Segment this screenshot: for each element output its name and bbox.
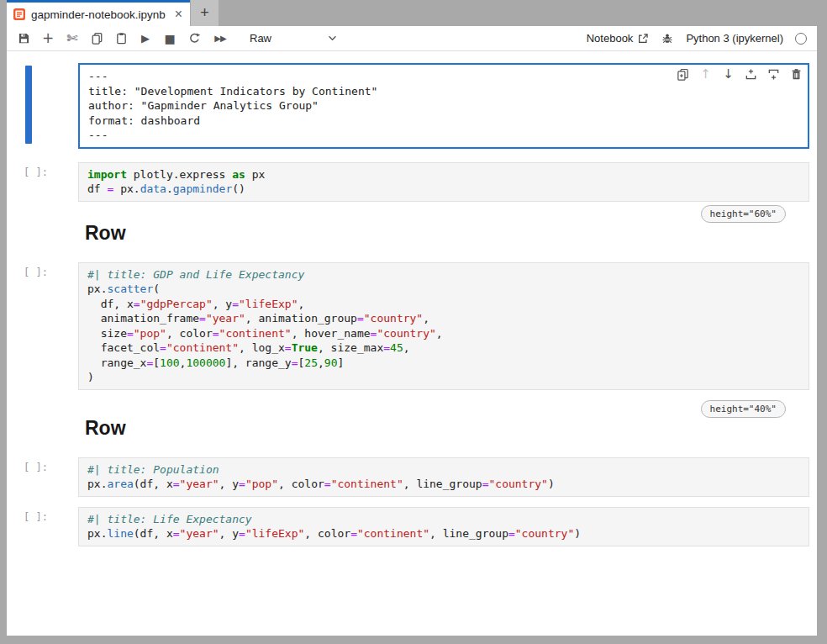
row-heading: Row [85, 417, 809, 440]
cell-prompt: [ ]: [24, 511, 71, 523]
cell-prompt: [ ]: [24, 462, 71, 473]
chevron-down-icon [328, 35, 337, 41]
cell-markdown-row2[interactable]: height="40%" Row [78, 397, 809, 457]
cut-cells-button[interactable]: ✄ [66, 32, 79, 45]
run-all-button[interactable]: ▶▶ [212, 32, 229, 45]
cell-markdown-row1[interactable]: height="60%" Row [78, 202, 809, 262]
tab-gapminder-notebook[interactable]: gapminder-notebook.ipynb × [7, 0, 190, 26]
notebook-open-link[interactable]: Notebook [587, 32, 650, 45]
stop-button[interactable]: ■ [163, 32, 176, 45]
height-badge: height="60%" [701, 205, 786, 223]
bug-icon [661, 33, 673, 45]
active-cell-indicator [25, 66, 32, 144]
notebook-file-icon [13, 8, 26, 21]
raw-line: author: "Gapminder Analytics Group" [88, 98, 799, 113]
duplicate-cell-icon[interactable] [677, 68, 689, 81]
insert-cell-below-icon[interactable] [767, 68, 780, 81]
code-editor[interactable]: #| title: GDP and Life Expectancypx.scat… [78, 262, 809, 390]
run-button[interactable]: ▶ [139, 32, 152, 45]
external-link-icon [637, 33, 649, 45]
kernel-name[interactable]: Python 3 (ipykernel) [686, 32, 783, 45]
delete-cell-icon[interactable] [790, 68, 803, 81]
kernel-status-icon[interactable] [795, 33, 807, 45]
toolbar-right: Notebook Python 3 (ipyk [587, 32, 807, 45]
notebook-content: --- title: "Development Indicators by Co… [7, 51, 817, 636]
insert-cell-button[interactable]: + [41, 32, 55, 45]
raw-line: format: dashboard [88, 113, 799, 129]
code-editor[interactable]: #| title: Populationpx.area(df, x="year"… [78, 457, 809, 497]
save-button[interactable] [17, 32, 30, 45]
tab-bar: gapminder-notebook.ipynb × + [7, 0, 817, 26]
height-badge: height="40%" [701, 400, 786, 418]
cell-code-scatter[interactable]: [ ]: #| title: GDP and Life Expectancypx… [78, 262, 809, 390]
move-cell-up-icon[interactable]: ↑ [699, 68, 712, 81]
copy-cells-button[interactable] [90, 32, 103, 45]
raw-line: title: "Development Indicators by Contin… [88, 84, 799, 99]
cell-type-value: Raw [250, 32, 271, 45]
cell-code-line[interactable]: [ ]: #| title: Life Expectancypx.line(df… [78, 507, 809, 546]
tab-close-icon[interactable]: × [173, 8, 184, 21]
cell-toolbar: ↑ ↓ [677, 68, 803, 81]
cell-prompt: [ ]: [24, 267, 71, 278]
restart-kernel-button[interactable] [187, 32, 201, 45]
notebook-label: Notebook [587, 32, 634, 45]
code-editor[interactable]: import plotly.express as pxdf = px.data.… [78, 162, 809, 202]
move-cell-down-icon[interactable]: ↓ [722, 68, 735, 81]
tab-title: gapminder-notebook.ipynb [31, 8, 168, 21]
raw-line: --- [88, 128, 799, 143]
cell-code-area[interactable]: [ ]: #| title: Populationpx.area(df, x="… [78, 457, 809, 497]
insert-cell-above-icon[interactable] [745, 68, 757, 81]
new-tab-button[interactable]: + [191, 0, 219, 26]
row-heading: Row [85, 222, 809, 245]
raw-cell-editor[interactable]: --- title: "Development Indicators by Co… [78, 63, 809, 149]
code-editor[interactable]: #| title: Life Expectancypx.line(df, x="… [78, 507, 809, 546]
debugger-button[interactable] [661, 32, 674, 45]
jupyterlab-window: gapminder-notebook.ipynb × + + ✄ [7, 0, 817, 636]
cell-prompt: [ ]: [24, 166, 71, 178]
notebook-toolbar: + ✄ ▶ ■ ▶▶ Raw [7, 26, 817, 51]
paste-cells-button[interactable] [114, 32, 128, 45]
cell-code-import[interactable]: [ ]: import plotly.express as pxdf = px.… [78, 162, 809, 202]
cell-raw-frontmatter[interactable]: --- title: "Development Indicators by Co… [78, 63, 809, 149]
cell-type-dropdown[interactable]: Raw [250, 32, 337, 45]
